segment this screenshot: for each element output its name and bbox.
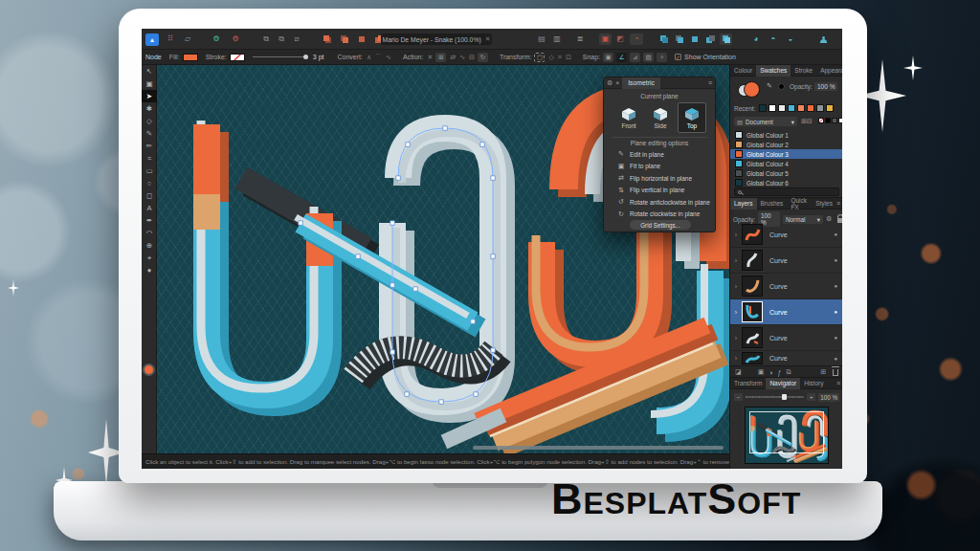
- flip-horizontal-option[interactable]: ⇄ Flip horizontal in plane: [617, 172, 692, 184]
- tab-appearance[interactable]: Appearance: [816, 65, 842, 77]
- convert-smooth-icon[interactable]: ⌒: [375, 53, 382, 62]
- boolean-subtract-icon[interactable]: [674, 33, 685, 45]
- swatch-row[interactable]: Global Colour 5: [730, 168, 842, 178]
- app-logo-icon[interactable]: ▲: [145, 33, 159, 46]
- recent-swatch[interactable]: [759, 104, 767, 112]
- swatch-row-selected[interactable]: Global Colour 3: [730, 149, 842, 159]
- view-tool[interactable]: ⌖: [142, 252, 157, 264]
- zoom-in-button[interactable]: +: [807, 393, 815, 401]
- geometry-blend-icon[interactable]: ◒: [785, 33, 796, 45]
- action-reverse-icon[interactable]: ⊟: [469, 54, 475, 61]
- geometry-shape-icon[interactable]: ◓: [768, 33, 779, 45]
- add-layer-icon[interactable]: ⊞: [820, 368, 826, 376]
- navigator-viewport-rect[interactable]: [749, 411, 824, 453]
- artboard-tool[interactable]: ▣: [142, 77, 157, 90]
- link-layer-icon[interactable]: ◪: [735, 368, 742, 376]
- recent-swatch[interactable]: [826, 104, 834, 112]
- swatch-row[interactable]: Global Colour 4: [730, 159, 842, 168]
- panel-menu-icon[interactable]: ≡: [836, 200, 840, 207]
- white-swatch[interactable]: [838, 118, 842, 123]
- fill-colour-well[interactable]: [744, 81, 760, 98]
- rotate-clockwise-option[interactable]: ↻ Rotate clockwise in plane: [617, 209, 700, 220]
- transform-rotate-icon[interactable]: ◇: [548, 54, 553, 61]
- panel-gear-icon[interactable]: ⚙: [607, 79, 612, 87]
- panel-menu-icon[interactable]: ≡: [836, 380, 840, 386]
- recent-swatch[interactable]: [768, 104, 776, 112]
- snap-grid-icon[interactable]: ▣: [603, 53, 613, 62]
- persona-export-icon[interactable]: ▱: [182, 33, 193, 45]
- tab-transform[interactable]: Transform: [730, 378, 766, 389]
- text-tool[interactable]: A: [142, 202, 157, 214]
- stroke-width-slider[interactable]: [253, 56, 308, 57]
- pixel-snap-icon[interactable]: ◩: [614, 33, 626, 45]
- action-break-icon[interactable]: ✕: [427, 54, 433, 61]
- pencil-tool[interactable]: ✏: [142, 140, 157, 152]
- layer-row[interactable]: › Curve ●: [730, 248, 842, 274]
- mask-layer-icon[interactable]: ▣: [758, 368, 765, 376]
- persona-pixel-icon[interactable]: ⠿: [165, 33, 176, 45]
- visibility-dot-icon[interactable]: ●: [834, 231, 837, 237]
- gradient-picker-icon[interactable]: ✎: [767, 82, 772, 90]
- convert-sharp-icon[interactable]: ∧: [367, 54, 371, 61]
- zoom-out-button[interactable]: −: [734, 393, 743, 401]
- zoom-slider-thumb[interactable]: [782, 394, 787, 400]
- navigator-preview[interactable]: [745, 407, 829, 464]
- boolean-combine-icon[interactable]: [720, 33, 732, 45]
- fill-swatch[interactable]: [183, 54, 198, 61]
- tab-stroke[interactable]: Stroke: [791, 65, 816, 77]
- geometry-circle-icon[interactable]: ◕: [750, 33, 762, 45]
- align-icon[interactable]: ▤: [536, 33, 547, 45]
- snap-candidate-icon[interactable]: ✧: [657, 53, 667, 62]
- layer-row-selected[interactable]: › Curve ●: [730, 299, 842, 325]
- tab-history[interactable]: History: [800, 378, 827, 389]
- stroke-width-value[interactable]: 3 pt: [313, 54, 324, 60]
- move-back-icon[interactable]: [339, 33, 350, 45]
- convert-smart-icon[interactable]: ∿: [386, 54, 391, 61]
- layer-row[interactable]: › Curve ●: [730, 325, 842, 351]
- rotation-icon[interactable]: ◔: [630, 33, 643, 45]
- tab-swatches[interactable]: Swatches: [756, 65, 791, 77]
- secondary-colour-dot[interactable]: [778, 83, 785, 90]
- adjustment-icon[interactable]: ◑: [768, 369, 772, 376]
- isometric-tab[interactable]: Isometric: [622, 77, 660, 89]
- tab-brushes[interactable]: Brushes: [757, 198, 788, 209]
- show-orientation-checkbox[interactable]: ✓: [675, 54, 681, 60]
- recent-swatch[interactable]: [797, 104, 805, 112]
- grey-swatch[interactable]: [832, 118, 837, 123]
- point-transform-tool[interactable]: ✱: [142, 102, 157, 115]
- move-forward-icon[interactable]: [322, 33, 333, 45]
- transform-mode-icon[interactable]: ▢: [534, 53, 545, 62]
- order-middle-icon[interactable]: ⧉: [276, 33, 287, 45]
- settings-gear-icon[interactable]: ⚙: [230, 33, 241, 45]
- horizontal-scrollbar[interactable]: [473, 446, 724, 450]
- snap-node-icon[interactable]: ⊿: [630, 53, 640, 62]
- plane-top-button[interactable]: Top: [678, 102, 706, 133]
- order-front-icon[interactable]: ⧉: [260, 33, 272, 45]
- recent-swatch[interactable]: [816, 104, 824, 112]
- swatch-row[interactable]: Global Colour 1: [730, 130, 842, 140]
- expand-chevron-icon[interactable]: ›: [730, 231, 742, 238]
- none-swatch[interactable]: [818, 118, 824, 123]
- delete-layer-icon[interactable]: [833, 369, 838, 376]
- snap-angle-icon[interactable]: ∠: [616, 53, 627, 62]
- tab-layers[interactable]: Layers: [730, 198, 757, 209]
- zoom-tool[interactable]: ⊕: [142, 239, 157, 252]
- grid-settings-button[interactable]: Grid Settings...: [630, 220, 691, 230]
- transform-align-icon[interactable]: ≡: [558, 54, 562, 60]
- transform-scale-icon[interactable]: ⊡: [566, 54, 571, 61]
- swatch-search-input[interactable]: [734, 187, 839, 196]
- distribute-icon[interactable]: ▥: [551, 33, 563, 45]
- panel-pin-icon[interactable]: ⌖: [615, 79, 619, 87]
- boolean-intersect-icon[interactable]: [689, 33, 701, 45]
- plane-side-button[interactable]: Side: [646, 102, 675, 133]
- snapping-toggle-icon[interactable]: ▣: [599, 33, 612, 45]
- tab-colour[interactable]: Colour: [730, 65, 756, 77]
- stroke-swatch[interactable]: [230, 54, 245, 61]
- fill-tool[interactable]: ▭: [142, 165, 157, 177]
- swatch-row[interactable]: Global Colour 6: [730, 178, 842, 187]
- close-document-icon[interactable]: ✕: [485, 35, 491, 43]
- vector-crop-tool[interactable]: ✒: [142, 214, 157, 227]
- edit-in-plane-option[interactable]: ✎ Edit in plane: [617, 148, 664, 160]
- swatch-row[interactable]: Global Colour 2: [730, 140, 842, 149]
- text-style-icon[interactable]: ≣: [574, 33, 586, 45]
